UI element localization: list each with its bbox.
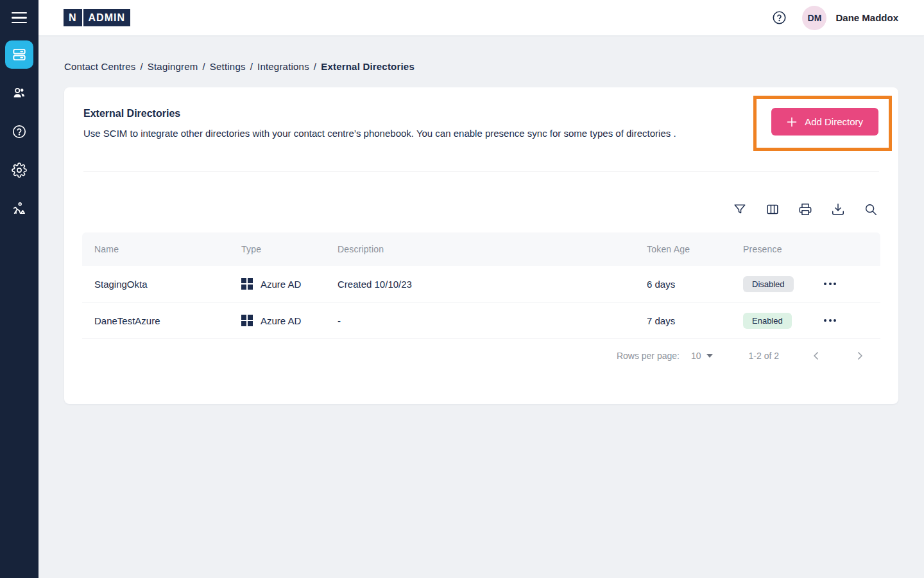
add-directory-label: Add Directory <box>805 116 863 127</box>
pagination: Rows per page: 10 1-2 of 2 <box>82 339 880 372</box>
presence-cell: Enabled <box>743 313 824 329</box>
token-age: 7 days <box>647 315 743 326</box>
rows-per-page-label: Rows per page: <box>617 351 680 361</box>
directory-type: Azure AD <box>241 278 338 290</box>
search-icon[interactable] <box>864 202 878 216</box>
construction-icon <box>12 201 27 216</box>
breadcrumb-separator: / <box>140 61 142 72</box>
col-header-token-age: Token Age <box>647 244 743 254</box>
breadcrumb-item-stagingrem[interactable]: Stagingrem <box>148 61 198 72</box>
table-header-row: Name Type Description Token Age Presence <box>82 232 880 266</box>
rows-per-page-select[interactable]: 10 <box>691 351 713 361</box>
token-age: 6 days <box>647 279 743 290</box>
directory-description: Created 10/10/23 <box>338 279 647 290</box>
active-nav-tile[interactable] <box>5 40 33 69</box>
ellipsis-menu-icon[interactable] <box>824 315 841 326</box>
print-icon[interactable] <box>798 202 812 216</box>
rows-per-page-value: 10 <box>691 351 701 361</box>
directories-table: Name Type Description Token Age Presence… <box>82 232 880 372</box>
add-directory-button[interactable]: Add Directory <box>771 108 878 136</box>
menu-icon[interactable] <box>0 0 38 35</box>
breadcrumb-separator: / <box>202 61 205 72</box>
columns-icon[interactable] <box>766 202 780 216</box>
app-logo[interactable]: N ADMIN <box>64 9 130 26</box>
directory-name: StagingOkta <box>82 279 241 290</box>
settings-gear-icon <box>12 162 27 178</box>
row-actions <box>824 279 880 289</box>
directory-description: - <box>338 315 647 326</box>
help-icon[interactable] <box>772 10 787 25</box>
download-icon[interactable] <box>831 202 845 216</box>
directory-name: DaneTestAzure <box>82 315 241 326</box>
azure-ad-logo <box>241 278 253 290</box>
page-title: External Directories <box>83 108 879 119</box>
table-toolbar <box>64 202 878 217</box>
status-badge: Disabled <box>743 276 794 292</box>
sidebar-item-contact-centres[interactable] <box>0 35 38 74</box>
directory-type: Azure AD <box>241 315 338 326</box>
sidebar-item-users[interactable] <box>0 74 38 112</box>
user-name: Dane Maddox <box>835 12 898 23</box>
sidebar-item-settings[interactable] <box>0 151 38 189</box>
external-directories-card: External Directories Use SCIM to integra… <box>64 87 898 404</box>
breadcrumb-separator: / <box>250 61 253 72</box>
col-header-description: Description <box>338 244 647 254</box>
row-actions <box>824 315 880 326</box>
previous-page-button[interactable] <box>810 349 823 362</box>
sidebar-item-tools[interactable] <box>0 189 38 228</box>
contact-centres-icon <box>11 46 28 63</box>
avatar[interactable]: DM <box>802 6 826 30</box>
plus-icon <box>787 117 797 127</box>
directory-type-label: Azure AD <box>261 315 301 326</box>
breadcrumb: Contact Centres/Stagingrem/Settings/Inte… <box>64 61 898 72</box>
table-row: StagingOkta Azure AD Created 10/10/23 6 … <box>82 266 880 302</box>
col-header-name: Name <box>82 244 241 254</box>
col-header-presence: Presence <box>743 244 824 254</box>
page-description: Use SCIM to integrate other directories … <box>83 128 699 139</box>
status-badge: Enabled <box>743 313 792 329</box>
directory-type-label: Azure AD <box>261 279 301 290</box>
logo-n: N <box>64 9 82 26</box>
filter-icon[interactable] <box>733 202 747 216</box>
next-page-button[interactable] <box>853 349 866 362</box>
ellipsis-menu-icon[interactable] <box>824 279 841 289</box>
help-icon <box>12 124 27 139</box>
users-icon <box>12 85 27 101</box>
azure-ad-logo <box>241 315 253 326</box>
divider <box>83 171 879 172</box>
chevron-down-icon <box>706 354 713 358</box>
breadcrumb-item-contact-centres[interactable]: Contact Centres <box>64 61 135 72</box>
topbar: N ADMIN DM Dane Maddox <box>38 0 924 35</box>
breadcrumb-current: External Directories <box>321 61 415 72</box>
user-menu[interactable]: DM Dane Maddox <box>802 6 898 30</box>
breadcrumb-item-integrations[interactable]: Integrations <box>257 61 309 72</box>
breadcrumb-item-settings[interactable]: Settings <box>210 61 246 72</box>
table-row: DaneTestAzure Azure AD - 7 days Enabled <box>82 302 880 339</box>
main-content: Contact Centres/Stagingrem/Settings/Inte… <box>38 35 924 578</box>
sidebar-item-help[interactable] <box>0 112 38 151</box>
col-header-type: Type <box>241 244 338 254</box>
logo-admin: ADMIN <box>83 9 130 26</box>
breadcrumb-separator: / <box>314 61 316 72</box>
presence-cell: Disabled <box>743 276 824 292</box>
pagination-range: 1-2 of 2 <box>749 351 779 361</box>
sidebar <box>0 0 38 578</box>
